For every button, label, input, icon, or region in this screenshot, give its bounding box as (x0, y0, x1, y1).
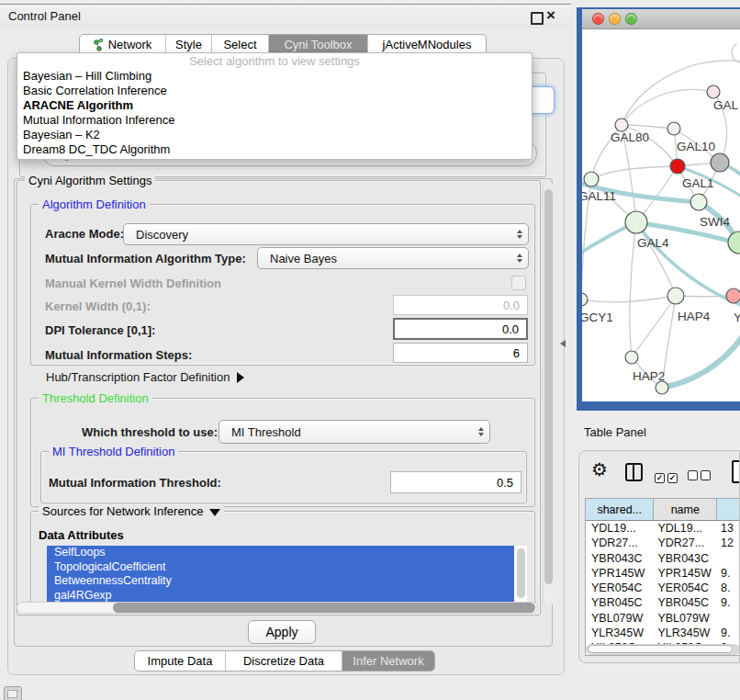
table-scroll-thumb[interactable] (588, 645, 733, 653)
network-canvas[interactable]: GALGAL80GAL10GAL1GAL11GAL4SWI4GCY1HAP4YH… (582, 29, 740, 401)
network-node[interactable] (690, 194, 707, 210)
network-edge (662, 329, 740, 388)
network-node[interactable] (726, 288, 740, 303)
gear-icon[interactable]: ⚙ (591, 458, 608, 480)
document-icon[interactable] (732, 460, 740, 483)
network-graph: GALGAL80GAL10GAL1GAL11GAL4SWI4GCY1HAP4YH… (582, 29, 740, 401)
expand-right-icon (237, 372, 244, 383)
column-header-name[interactable]: name (654, 499, 717, 520)
network-node[interactable] (711, 153, 729, 172)
which-threshold-label: Which threshold to use: (82, 425, 218, 439)
attribute-item[interactable]: BetweennessCentrality (47, 574, 527, 589)
attribute-item[interactable]: TopologicalCoefficient (47, 560, 527, 575)
network-node[interactable] (584, 172, 599, 186)
tab-discretize-data[interactable]: Discretize Data (226, 651, 342, 671)
column-header-shared-name[interactable]: shared... (586, 499, 654, 520)
network-edge (630, 222, 636, 357)
threshold-definition-title: Threshold Definition (39, 391, 152, 405)
data-attributes-list[interactable]: SelfLoopsTopologicalCoefficientBetweenne… (47, 546, 527, 603)
table-row[interactable]: YBR043CYBR043C (586, 551, 740, 566)
zoom-window-icon[interactable] (625, 13, 637, 25)
manual-kernel-checkbox[interactable] (511, 276, 526, 290)
table-cell: YDR27... (586, 536, 654, 550)
network-edge (591, 166, 678, 179)
network-node[interactable] (667, 122, 680, 135)
hub-factor-label: Hub/Transcription Factor Definition (46, 370, 230, 384)
threshold-definition-group: Threshold Definition Which threshold to … (30, 398, 535, 507)
select-all-icon[interactable]: ✓✓ (655, 468, 680, 484)
apply-button[interactable]: Apply (248, 620, 316, 644)
column-header-partial[interactable] (717, 499, 740, 520)
tab-jactivemnodules[interactable]: jActiveMNodules (368, 35, 486, 54)
split-view-icon[interactable] (625, 463, 643, 481)
algorithm-option[interactable]: Mutual Information Inference (17, 113, 532, 128)
mi-threshold-field[interactable]: 0.5 (390, 471, 521, 493)
dpi-tolerance-field[interactable]: 0.0 (393, 318, 528, 340)
network-node[interactable] (582, 293, 588, 306)
settings-horizontal-scroll-thumb[interactable] (113, 603, 535, 613)
network-node[interactable] (625, 211, 647, 233)
tab-select[interactable]: Select (212, 35, 269, 54)
collapsed-panel-icon[interactable] (4, 686, 22, 700)
splitter-collapse-icon[interactable] (560, 340, 566, 347)
table-cell: YER054C (586, 581, 654, 595)
tab-infer-network[interactable]: Infer Network (342, 651, 434, 671)
network-node[interactable] (667, 288, 684, 304)
table-row[interactable]: YDL19...YDL19...13 (586, 521, 740, 536)
network-node[interactable] (615, 119, 628, 131)
network-edge (622, 61, 740, 125)
aracne-mode-label: Aracne Mode: (45, 227, 124, 241)
table-cell: 9. (717, 595, 740, 610)
deselect-all-icon[interactable] (688, 468, 713, 484)
table-cell: YLR345W (654, 626, 717, 640)
dpi-tolerance-label: DPI Tolerance [0,1]: (45, 323, 155, 337)
table-row[interactable]: YBR045CYBR045C9. (586, 595, 740, 610)
kernel-width-field[interactable]: 0.0 (393, 295, 528, 315)
tab-style[interactable]: Style (166, 35, 212, 54)
hub-factor-expander[interactable]: Hub/Transcription Factor Definition (46, 370, 244, 384)
network-node-label: SWI4 (700, 215, 730, 229)
table-cell (717, 551, 740, 566)
attributes-scroll-thumb[interactable] (517, 548, 525, 598)
mi-type-combo[interactable]: Naive Bayes (257, 247, 529, 269)
aracne-mode-combo[interactable]: Discovery (123, 223, 529, 245)
close-window-icon[interactable] (592, 13, 604, 25)
mi-steps-field[interactable]: 6 (393, 343, 528, 363)
network-node[interactable] (707, 85, 720, 98)
algorithm-option[interactable]: Basic Correlation Inference (17, 84, 532, 98)
settings-horizontal-scrollbar[interactable] (17, 602, 538, 614)
table-row[interactable]: YBL079WYBL079W (586, 611, 740, 626)
network-edge (636, 222, 740, 307)
algorithm-option[interactable]: Bayesian – K2 (17, 128, 532, 142)
table-row[interactable]: YLR345WYLR345W9. (586, 626, 740, 640)
sources-title[interactable]: Sources for Network Inference (39, 504, 224, 518)
tab-network-label: Network (108, 38, 152, 51)
network-node[interactable] (728, 231, 740, 254)
table-row[interactable]: YDR27...YDR27...12 (586, 536, 740, 550)
table-cell (717, 611, 740, 626)
close-panel-icon[interactable]: × (546, 6, 555, 25)
settings-vertical-scroll-thumb[interactable] (544, 189, 553, 584)
algorithm-option[interactable]: Bayesian – Hill Climbing (17, 69, 532, 84)
network-node[interactable] (625, 351, 638, 364)
attribute-item[interactable]: gal4RGexp (47, 589, 527, 604)
table-row[interactable]: YER054CYER054C8. (586, 581, 740, 595)
table-row[interactable]: YPR145WYPR145W9. (586, 566, 740, 581)
attribute-item[interactable]: SelfLoops (47, 546, 527, 560)
attributes-scrollbar[interactable] (514, 546, 527, 603)
algorithm-option[interactable]: Dream8 DC_TDC Algorithm (17, 142, 532, 157)
tab-cyni-toolbox[interactable]: Cyni Toolbox (269, 35, 368, 54)
minimize-window-icon[interactable] (609, 13, 621, 25)
tab-impute-data[interactable]: Impute Data (135, 651, 226, 671)
network-node[interactable] (656, 381, 668, 394)
float-panel-icon[interactable] (531, 12, 544, 25)
network-window-titlebar (582, 9, 740, 29)
which-threshold-combo[interactable]: MI Threshold (219, 420, 490, 444)
tab-network[interactable]: Network (80, 35, 166, 54)
data-attributes-label: Data Attributes (39, 528, 124, 542)
algorithm-option[interactable]: ARACNE Algorithm (17, 98, 532, 113)
settings-vertical-scrollbar[interactable] (543, 182, 554, 606)
table-horizontal-scrollbar[interactable] (586, 644, 740, 655)
collapse-down-icon (209, 509, 220, 516)
network-node[interactable] (670, 159, 685, 174)
